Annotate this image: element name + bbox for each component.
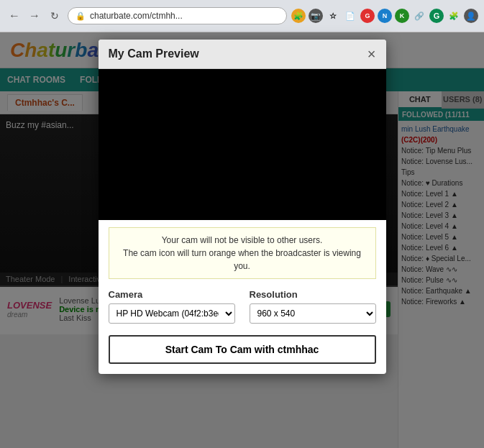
ext-icon-2[interactable]: 📷 [309, 9, 323, 23]
ext-icon-4[interactable]: 📄 [343, 9, 357, 23]
resolution-label: Resolution [250, 289, 376, 300]
back-button[interactable]: ← [6, 7, 23, 24]
lock-icon: 🔒 [76, 12, 86, 21]
browser-extensions: 🧩 📷 ☆ 📄 G N K 🔗 G 🧩 👤 [291, 9, 478, 23]
ext-icon-3[interactable]: ☆ [326, 9, 340, 23]
profile-icon[interactable]: 👤 [464, 9, 478, 23]
address-bar[interactable]: 🔒 chaturbate.com/ctmhh... [68, 7, 287, 24]
modal-header: My Cam Preview × [99, 40, 386, 69]
modal-close-button[interactable]: × [367, 47, 376, 61]
ext-icon-5[interactable]: 🔗 [412, 9, 426, 23]
ext-icon-6[interactable]: 🧩 [447, 9, 461, 23]
camera-label: Camera [109, 289, 235, 300]
forward-button[interactable]: → [26, 7, 43, 24]
modal-notice: Your cam will not be visible to other us… [109, 227, 376, 279]
ext-icon-g[interactable]: G [429, 9, 444, 23]
ext-icon-new[interactable]: N [378, 9, 392, 23]
modal-notice-line2: The cam icon will turn orange when the b… [117, 247, 368, 273]
ext-icon-k[interactable]: K [395, 9, 409, 23]
url-text: chaturbate.com/ctmhh... [90, 11, 183, 21]
modal-fields: Camera HP HD Webcam (04f2:b3ed) Default … [99, 283, 386, 329]
browser-chrome: ← → ↻ 🔒 chaturbate.com/ctmhh... 🧩 📷 ☆ 📄 … [0, 0, 484, 32]
camera-select[interactable]: HP HD Webcam (04f2:b3ed) Default Camera [109, 303, 235, 324]
modal-video-preview [99, 69, 386, 220]
modal-overlay: My Cam Preview × Your cam will not be vi… [0, 32, 484, 448]
cam-preview-modal: My Cam Preview × Your cam will not be vi… [99, 40, 386, 374]
start-cam-to-cam-button[interactable]: Start Cam To Cam with ctmhhac [109, 335, 376, 364]
resolution-select[interactable]: 960 x 540 1280 x 720 640 x 480 320 x 240 [250, 303, 376, 324]
ext-icon-maps[interactable]: G [360, 9, 375, 23]
camera-field-group: Camera HP HD Webcam (04f2:b3ed) Default … [109, 289, 235, 324]
resolution-field-group: Resolution 960 x 540 1280 x 720 640 x 48… [250, 289, 376, 324]
refresh-button[interactable]: ↻ [46, 7, 63, 24]
modal-notice-line1: Your cam will not be visible to other us… [117, 234, 368, 247]
ext-icon-1[interactable]: 🧩 [291, 9, 306, 23]
modal-title: My Cam Preview [109, 47, 199, 60]
